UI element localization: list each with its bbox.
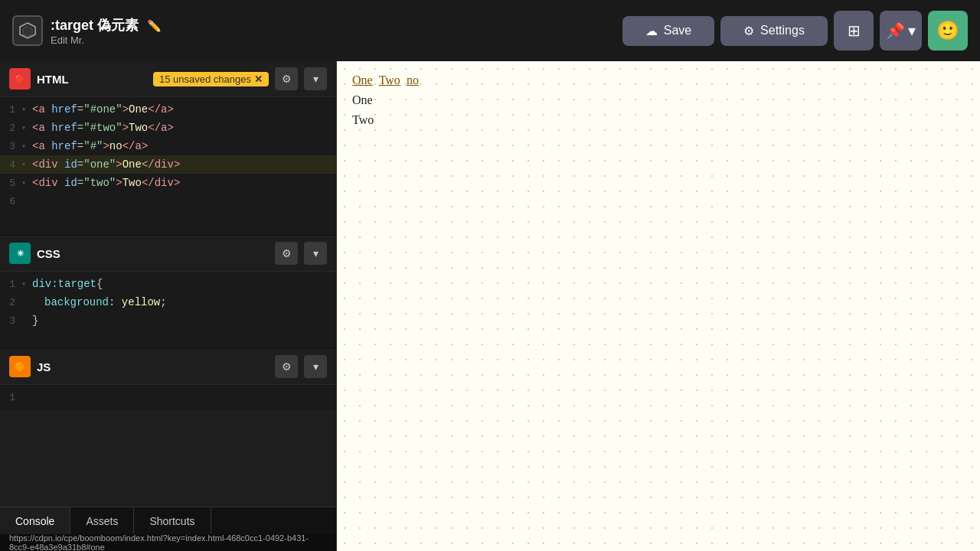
str: "one" — [83, 158, 116, 171]
preview-link-one[interactable]: One — [352, 73, 373, 87]
preview-one-label: One — [352, 93, 373, 106]
save-button[interactable]: ☁ Save — [622, 16, 714, 46]
html-section-header: 🔴 HTML 15 unsaved changes ✕ ⚙ ▾ — [0, 61, 336, 97]
code-line: 5 ▾ <div id="two">Two</div> — [0, 174, 336, 192]
tag: > — [116, 177, 122, 189]
content: no — [109, 140, 122, 152]
logo-area: :target 偽元素 ✏️ Edit Mr. — [12, 15, 613, 46]
tag: <a — [32, 103, 51, 116]
js-section-header: 🟠 JS ⚙ ▾ — [0, 349, 336, 385]
css-code-area[interactable]: 1 ▾ div:target{ 2 background: yellow; — [0, 272, 336, 348]
brace: { — [96, 278, 103, 290]
app-subtitle: Edit Mr. — [51, 34, 162, 46]
line-content: } — [32, 315, 38, 327]
css-section-name: CSS — [37, 247, 269, 260]
css-gear-button[interactable]: ⚙ — [275, 242, 298, 265]
grid-button[interactable]: ⊞ — [834, 11, 874, 51]
app-title: :target 偽元素 ✏️ — [51, 16, 162, 34]
cloud-icon: ☁ — [645, 24, 658, 38]
line-arrow: ▾ — [21, 160, 32, 169]
logo-text: :target 偽元素 ✏️ Edit Mr. — [51, 16, 162, 46]
tag: > — [116, 158, 122, 171]
save-label: Save — [664, 24, 691, 37]
attr: href — [51, 140, 77, 152]
left-panel: 🔴 HTML 15 unsaved changes ✕ ⚙ ▾ 1 ▾ <a h… — [0, 61, 337, 551]
tab-assets[interactable]: Assets — [70, 507, 134, 534]
js-panel: 🟠 JS ⚙ ▾ 1 — [0, 349, 336, 507]
preview-item-two: Two — [352, 110, 965, 130]
line-arrow: ▾ — [21, 142, 32, 151]
js-label: 🟠 — [9, 356, 31, 377]
line-content: <a href="#one">One</a> — [32, 103, 174, 116]
tag: > — [122, 122, 129, 134]
unsaved-close[interactable]: ✕ — [254, 73, 263, 85]
value: yellow — [122, 296, 160, 308]
settings-label: Settings — [760, 24, 805, 37]
shortcuts-tab-label: Shortcuts — [149, 515, 194, 527]
js-gear-button[interactable]: ⚙ — [275, 355, 298, 378]
attr: id — [64, 158, 77, 171]
line-number: 1 — [0, 104, 21, 116]
js-section-name: JS — [37, 360, 269, 373]
line-number: 1 — [0, 392, 21, 403]
code-line: 3 } — [0, 311, 336, 330]
equals: = — [77, 122, 83, 134]
line-arrow: ▾ — [21, 123, 32, 132]
topbar: :target 偽元素 ✏️ Edit Mr. ☁ Save ⚙ Setting… — [0, 0, 980, 61]
code-line: 4 ▾ <div id="one">One</div> — [0, 155, 336, 174]
topbar-actions: ☁ Save ⚙ Settings ⊞ 📌 ▾ 🙂 — [622, 11, 968, 51]
preview-links: One Two no — [352, 73, 965, 87]
main-area: 🔴 HTML 15 unsaved changes ✕ ⚙ ▾ 1 ▾ <a h… — [0, 61, 980, 551]
preview-link-two[interactable]: Two — [379, 73, 400, 87]
prop: background — [44, 296, 109, 308]
str: "#one" — [83, 103, 122, 116]
tag: <div — [32, 158, 64, 171]
line-content: <a href="#">no</a> — [32, 140, 148, 152]
js-icon: 🟠 — [15, 362, 25, 372]
pin-button[interactable]: 📌 ▾ — [880, 11, 922, 51]
pencil-icon: ✏️ — [147, 19, 162, 32]
semi: ; — [160, 296, 166, 308]
js-chevron-button[interactable]: ▾ — [304, 355, 327, 378]
status-url: https://cdpn.io/cpe/boomboom/index.html?… — [9, 533, 327, 551]
equals: = — [77, 140, 83, 152]
preview-panel: One Two no One Two — [337, 61, 980, 551]
console-tab-label: Console — [15, 515, 54, 527]
code-line: 6 — [0, 192, 336, 210]
selector: div:target — [32, 278, 96, 290]
avatar[interactable]: 🙂 — [928, 11, 968, 51]
html-chevron-button[interactable]: ▾ — [304, 67, 327, 90]
html-code-area[interactable]: 1 ▾ <a href="#one">One</a> 2 ▾ <a href="… — [0, 97, 336, 235]
equals: = — [77, 177, 83, 189]
css-section-header: ✳ CSS ⚙ ▾ — [0, 236, 336, 272]
str: "#two" — [83, 122, 122, 134]
tag: </a> — [148, 122, 174, 134]
avatar-icon: 🙂 — [936, 20, 959, 41]
tag: </a> — [148, 103, 174, 116]
code-line: 2 ▾ <a href="#two">Two</a> — [0, 119, 336, 137]
settings-button[interactable]: ⚙ Settings — [720, 16, 828, 46]
tag: <div — [32, 177, 64, 189]
line-content: div:target{ — [32, 278, 103, 290]
js-code-area[interactable]: 1 — [0, 385, 336, 409]
line-number: 5 — [0, 178, 21, 189]
preview-link-no[interactable]: no — [407, 73, 419, 87]
tag: <a — [32, 122, 51, 134]
svg-marker-1 — [23, 26, 32, 37]
css-chevron-button[interactable]: ▾ — [304, 242, 327, 265]
line-number: 6 — [0, 196, 21, 207]
preview-two-label: Two — [352, 113, 374, 126]
line-number: 3 — [0, 141, 21, 152]
tab-shortcuts[interactable]: Shortcuts — [134, 507, 211, 534]
close-brace: } — [32, 315, 38, 327]
tab-console[interactable]: Console — [0, 507, 70, 534]
pin-icon: 📌 — [886, 21, 905, 40]
line-content: <div id="two">Two</div> — [32, 177, 180, 189]
grid-icon: ⊞ — [848, 21, 861, 40]
html-gear-button[interactable]: ⚙ — [275, 67, 298, 90]
line-arrow: ▾ — [21, 279, 32, 289]
chevron-down-icon: ▾ — [908, 21, 916, 40]
preview-content: One Two no One Two — [352, 73, 965, 129]
attr: href — [51, 103, 77, 116]
code-line: 2 background: yellow; — [0, 293, 336, 311]
